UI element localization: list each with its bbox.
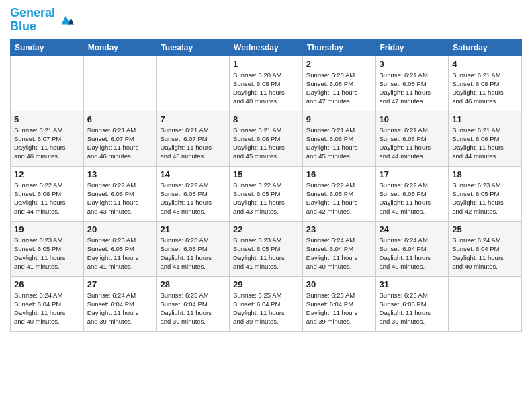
weekday-header-friday: Friday — [375, 39, 449, 56]
calendar-cell: 13Sunrise: 6:22 AM Sunset: 6:06 PM Dayli… — [83, 166, 157, 221]
calendar-cell: 29Sunrise: 6:25 AM Sunset: 6:04 PM Dayli… — [230, 276, 303, 331]
calendar-cell — [449, 276, 522, 331]
day-number: 1 — [233, 59, 299, 69]
day-info: Sunrise: 6:22 AM Sunset: 6:05 PM Dayligh… — [380, 181, 445, 216]
day-info: Sunrise: 6:23 AM Sunset: 6:05 PM Dayligh… — [14, 236, 80, 271]
day-number: 26 — [14, 279, 80, 289]
day-number: 3 — [380, 59, 445, 69]
calendar-cell: 14Sunrise: 6:22 AM Sunset: 6:05 PM Dayli… — [157, 166, 230, 221]
calendar-cell — [11, 56, 84, 111]
day-number: 11 — [452, 114, 518, 124]
day-info: Sunrise: 6:22 AM Sunset: 6:05 PM Dayligh… — [306, 181, 372, 216]
day-number: 24 — [380, 224, 445, 234]
day-number: 28 — [160, 279, 226, 289]
day-info: Sunrise: 6:20 AM Sunset: 6:08 PM Dayligh… — [306, 71, 372, 106]
day-info: Sunrise: 6:21 AM Sunset: 6:07 PM Dayligh… — [160, 126, 226, 161]
day-number: 15 — [233, 169, 299, 179]
calendar-cell: 24Sunrise: 6:24 AM Sunset: 6:04 PM Dayli… — [375, 221, 449, 276]
calendar-cell: 28Sunrise: 6:25 AM Sunset: 6:04 PM Dayli… — [157, 276, 230, 331]
calendar-table: SundayMondayTuesdayWednesdayThursdayFrid… — [10, 39, 522, 332]
day-number: 23 — [306, 224, 372, 234]
calendar-cell: 30Sunrise: 6:25 AM Sunset: 6:04 PM Dayli… — [302, 276, 375, 331]
day-info: Sunrise: 6:23 AM Sunset: 6:05 PM Dayligh… — [452, 181, 518, 216]
logo-icon — [56, 11, 75, 30]
day-info: Sunrise: 6:24 AM Sunset: 6:04 PM Dayligh… — [306, 236, 372, 271]
logo-text: General Blue — [10, 7, 55, 34]
day-number: 29 — [233, 279, 299, 289]
day-number: 5 — [14, 114, 80, 124]
day-info: Sunrise: 6:25 AM Sunset: 6:05 PM Dayligh… — [380, 291, 445, 326]
day-number: 18 — [452, 169, 518, 179]
calendar-cell: 20Sunrise: 6:23 AM Sunset: 6:05 PM Dayli… — [83, 221, 157, 276]
day-number: 19 — [14, 224, 80, 234]
logo-general: General — [10, 6, 55, 19]
day-info: Sunrise: 6:21 AM Sunset: 6:07 PM Dayligh… — [87, 126, 153, 161]
page: General Blue SundayMondayTuesdayWednesda… — [0, 0, 532, 411]
day-number: 27 — [87, 279, 153, 289]
day-info: Sunrise: 6:24 AM Sunset: 6:04 PM Dayligh… — [380, 236, 445, 271]
calendar-cell: 4Sunrise: 6:21 AM Sunset: 6:08 PM Daylig… — [449, 56, 522, 111]
calendar-cell — [157, 56, 230, 111]
day-number: 9 — [306, 114, 372, 124]
day-info: Sunrise: 6:23 AM Sunset: 6:05 PM Dayligh… — [160, 236, 226, 271]
day-number: 30 — [306, 279, 372, 289]
day-number: 13 — [87, 169, 153, 179]
calendar-cell: 15Sunrise: 6:22 AM Sunset: 6:05 PM Dayli… — [230, 166, 303, 221]
calendar-week-row: 12Sunrise: 6:22 AM Sunset: 6:06 PM Dayli… — [11, 166, 522, 221]
day-number: 6 — [87, 114, 153, 124]
calendar-cell: 12Sunrise: 6:22 AM Sunset: 6:06 PM Dayli… — [11, 166, 84, 221]
day-number: 20 — [87, 224, 153, 234]
day-number: 14 — [160, 169, 226, 179]
calendar-cell: 27Sunrise: 6:24 AM Sunset: 6:04 PM Dayli… — [83, 276, 157, 331]
day-info: Sunrise: 6:24 AM Sunset: 6:04 PM Dayligh… — [452, 236, 518, 271]
svg-marker-1 — [68, 18, 74, 24]
day-info: Sunrise: 6:21 AM Sunset: 6:06 PM Dayligh… — [380, 126, 445, 161]
day-info: Sunrise: 6:21 AM Sunset: 6:06 PM Dayligh… — [452, 126, 518, 161]
day-number: 22 — [233, 224, 299, 234]
day-number: 31 — [380, 279, 445, 289]
weekday-header-sunday: Sunday — [11, 39, 84, 56]
day-info: Sunrise: 6:23 AM Sunset: 6:05 PM Dayligh… — [233, 236, 299, 271]
calendar-cell: 9Sunrise: 6:21 AM Sunset: 6:06 PM Daylig… — [302, 111, 375, 166]
day-info: Sunrise: 6:24 AM Sunset: 6:04 PM Dayligh… — [87, 291, 153, 326]
day-info: Sunrise: 6:25 AM Sunset: 6:04 PM Dayligh… — [233, 291, 299, 326]
logo-blue: Blue — [10, 19, 36, 33]
calendar-cell: 11Sunrise: 6:21 AM Sunset: 6:06 PM Dayli… — [449, 111, 522, 166]
day-number: 2 — [306, 59, 372, 69]
calendar-cell: 8Sunrise: 6:21 AM Sunset: 6:06 PM Daylig… — [230, 111, 303, 166]
calendar-cell: 22Sunrise: 6:23 AM Sunset: 6:05 PM Dayli… — [230, 221, 303, 276]
day-number: 16 — [306, 169, 372, 179]
calendar-cell: 31Sunrise: 6:25 AM Sunset: 6:05 PM Dayli… — [375, 276, 449, 331]
weekday-header-saturday: Saturday — [449, 39, 522, 56]
calendar-cell: 3Sunrise: 6:21 AM Sunset: 6:08 PM Daylig… — [375, 56, 449, 111]
day-info: Sunrise: 6:25 AM Sunset: 6:04 PM Dayligh… — [306, 291, 372, 326]
day-number: 25 — [452, 224, 518, 234]
calendar-cell: 5Sunrise: 6:21 AM Sunset: 6:07 PM Daylig… — [11, 111, 84, 166]
day-info: Sunrise: 6:23 AM Sunset: 6:05 PM Dayligh… — [87, 236, 153, 271]
calendar-week-row: 26Sunrise: 6:24 AM Sunset: 6:04 PM Dayli… — [11, 276, 522, 331]
weekday-header-wednesday: Wednesday — [230, 39, 303, 56]
day-info: Sunrise: 6:21 AM Sunset: 6:07 PM Dayligh… — [14, 126, 80, 161]
day-info: Sunrise: 6:21 AM Sunset: 6:08 PM Dayligh… — [452, 71, 518, 106]
day-number: 17 — [380, 169, 445, 179]
day-info: Sunrise: 6:21 AM Sunset: 6:06 PM Dayligh… — [306, 126, 372, 161]
day-info: Sunrise: 6:24 AM Sunset: 6:04 PM Dayligh… — [14, 291, 80, 326]
day-info: Sunrise: 6:22 AM Sunset: 6:06 PM Dayligh… — [87, 181, 153, 216]
calendar-cell: 23Sunrise: 6:24 AM Sunset: 6:04 PM Dayli… — [302, 221, 375, 276]
day-number: 12 — [14, 169, 80, 179]
calendar-cell: 10Sunrise: 6:21 AM Sunset: 6:06 PM Dayli… — [375, 111, 449, 166]
calendar-cell: 18Sunrise: 6:23 AM Sunset: 6:05 PM Dayli… — [449, 166, 522, 221]
weekday-header-monday: Monday — [83, 39, 157, 56]
calendar-cell: 16Sunrise: 6:22 AM Sunset: 6:05 PM Dayli… — [302, 166, 375, 221]
calendar-cell: 1Sunrise: 6:20 AM Sunset: 6:08 PM Daylig… — [230, 56, 303, 111]
day-number: 21 — [160, 224, 226, 234]
day-info: Sunrise: 6:20 AM Sunset: 6:08 PM Dayligh… — [233, 71, 299, 106]
calendar-cell: 7Sunrise: 6:21 AM Sunset: 6:07 PM Daylig… — [157, 111, 230, 166]
day-number: 8 — [233, 114, 299, 124]
day-number: 7 — [160, 114, 226, 124]
day-info: Sunrise: 6:22 AM Sunset: 6:05 PM Dayligh… — [233, 181, 299, 216]
header: General Blue — [10, 7, 522, 34]
calendar-cell: 2Sunrise: 6:20 AM Sunset: 6:08 PM Daylig… — [302, 56, 375, 111]
calendar-cell: 17Sunrise: 6:22 AM Sunset: 6:05 PM Dayli… — [375, 166, 449, 221]
calendar-week-row: 5Sunrise: 6:21 AM Sunset: 6:07 PM Daylig… — [11, 111, 522, 166]
